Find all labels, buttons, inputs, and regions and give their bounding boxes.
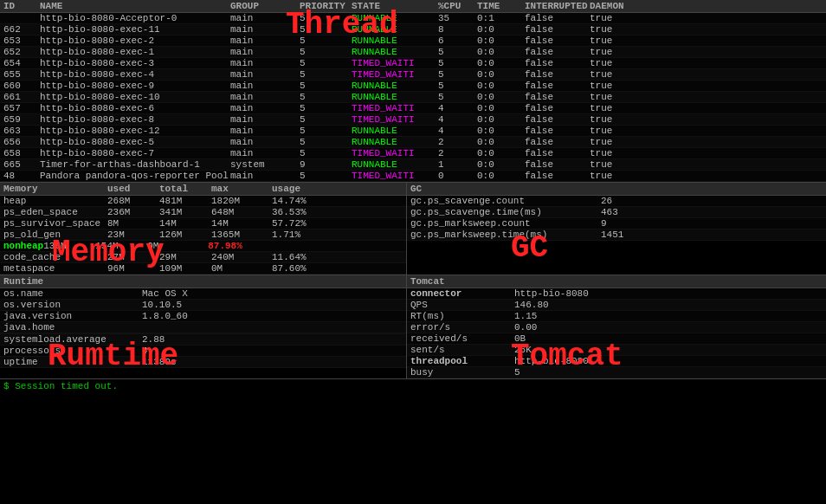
thread-time: 0:1 xyxy=(477,13,525,23)
table-row: 665 Timer-for-arthas-dashboard-1 system … xyxy=(0,159,826,171)
runtime-tomcat-row: Runtime os.name Mac OS X os.version 10.1… xyxy=(0,275,826,378)
tomcat-section: Tomcat connector http-bio-8080 QPS 146.8… xyxy=(407,275,826,378)
mem-usage: 57.72% xyxy=(272,218,307,229)
thread-daemon: true xyxy=(590,137,633,147)
mem-used: 268M xyxy=(107,196,159,206)
tomcat-header-label: Tomcat xyxy=(410,276,445,287)
mem-total: 154M xyxy=(95,241,147,251)
thread-name: http-bio-8080-Acceptor-0 xyxy=(40,13,230,23)
table-row: 652 http-bio-8080-exec-1 main 5 RUNNABLE… xyxy=(0,47,826,58)
thread-id: 658 xyxy=(3,148,40,158)
thread-group: main xyxy=(230,171,300,181)
mem-used: 23M xyxy=(107,229,159,240)
thread-name: http-bio-8080-exec-7 xyxy=(40,148,230,158)
thread-interrupted: false xyxy=(525,159,590,170)
thread-interrupted: false xyxy=(525,137,590,147)
thread-name: http-bio-8080-exec-9 xyxy=(40,81,230,91)
thread-pct-cpu: 2 xyxy=(438,148,477,158)
thread-state: TIMED_WAITI xyxy=(352,114,438,125)
rt-value xyxy=(142,322,315,333)
memory-header-used: used xyxy=(107,184,159,194)
thread-id: 657 xyxy=(3,103,40,113)
list-item: connector http-bio-8080 xyxy=(407,288,826,300)
list-item: uptime 11389s xyxy=(0,357,406,368)
thread-group: main xyxy=(230,13,300,23)
thread-time: 0:0 xyxy=(477,36,525,46)
thread-interrupted: false xyxy=(525,81,590,91)
thread-id: 652 xyxy=(3,47,40,57)
thread-pct-cpu: 35 xyxy=(438,13,477,23)
thread-daemon: true xyxy=(590,171,633,181)
thread-pct-cpu: 4 xyxy=(438,114,477,125)
table-row: 655 http-bio-8080-exec-4 main 5 TIMED_WA… xyxy=(0,69,826,81)
thread-name: http-bio-8080-exec-8 xyxy=(40,114,230,125)
thread-daemon: true xyxy=(590,114,633,125)
list-item: java.version 1.8.0_60 xyxy=(0,311,406,322)
thread-priority: 5 xyxy=(300,148,352,158)
gc-header-label: GC xyxy=(410,184,422,194)
thread-group: main xyxy=(230,81,300,91)
thread-pct-cpu: 5 xyxy=(438,58,477,68)
gc-value: 26 xyxy=(601,196,687,206)
table-row: 48 Pandora pandora-qos-reporter Pool mai… xyxy=(0,171,826,182)
tc-label: sent/s xyxy=(410,345,514,355)
thread-pct-cpu: 6 xyxy=(438,36,477,46)
thread-interrupted: false xyxy=(525,24,590,35)
thread-priority: 5 xyxy=(300,171,352,181)
mem-max: 0M xyxy=(211,263,272,274)
thread-id: 661 xyxy=(3,92,40,102)
mem-usage: 1.71% xyxy=(272,229,300,240)
mem-used: 96M xyxy=(107,263,159,274)
mem-label: metaspace xyxy=(3,263,107,274)
thread-state: RUNNABLE xyxy=(352,81,438,91)
thread-time: 0:0 xyxy=(477,69,525,80)
thread-name: http-bio-8080-exec-1 xyxy=(40,47,230,57)
mem-usage: 87.60% xyxy=(272,263,307,274)
thread-group: main xyxy=(230,36,300,46)
memory-header-max: max xyxy=(211,184,272,194)
tc-value: 0.00 xyxy=(514,322,687,333)
list-item: ps_eden_space 236M 341M 648M 36.53% xyxy=(0,207,406,218)
thread-name: http-bio-8080-exec-4 xyxy=(40,69,230,80)
thread-id: 663 xyxy=(3,126,40,136)
list-item: gc.ps_marksweep.count 9 xyxy=(407,218,826,229)
mem-used: 8M xyxy=(107,218,159,229)
tc-value: http-bio-8080 xyxy=(514,356,687,366)
thread-id: 655 xyxy=(3,69,40,80)
memory-header-usage: usage xyxy=(272,184,324,194)
rt-value: 2.88 xyxy=(142,334,315,345)
gc-rows-container: gc.ps_scavenge.count 26 gc.ps_scavenge.t… xyxy=(407,196,826,241)
thread-time: 0:0 xyxy=(477,92,525,102)
list-item: threadpool http-bio-8080 xyxy=(407,356,826,367)
rt-label: java.version xyxy=(3,311,142,321)
thread-pct-cpu: 0 xyxy=(438,171,477,181)
mem-max: 240M xyxy=(211,252,272,262)
memory-header: Memory used total max usage xyxy=(0,183,406,196)
gc-header: GC xyxy=(407,183,826,196)
thread-daemon: true xyxy=(590,92,633,102)
thread-id: 656 xyxy=(3,137,40,147)
thread-time: 0:0 xyxy=(477,81,525,91)
table-row: 656 http-bio-8080-exec-5 main 5 RUNNABLE… xyxy=(0,137,826,148)
thread-name: Timer-for-arthas-dashboard-1 xyxy=(40,159,230,170)
table-row: 659 http-bio-8080-exec-8 main 5 TIMED_WA… xyxy=(0,114,826,126)
table-row: 653 http-bio-8080-exec-2 main 5 RUNNABLE… xyxy=(0,36,826,47)
memory-header-label: Memory xyxy=(3,184,107,194)
tc-label: QPS xyxy=(410,300,514,310)
mem-max: 1820M xyxy=(211,196,272,206)
thread-state: RUNNABLE xyxy=(352,47,438,57)
thread-state: RUNNABLE xyxy=(352,159,438,170)
rt-value: Mac OS X xyxy=(142,288,315,299)
list-item: os.version 10.10.5 xyxy=(0,300,406,311)
col-header-time: TIME xyxy=(477,1,525,11)
tc-value: 5 xyxy=(514,367,687,378)
rt-value: 10.10.5 xyxy=(142,300,315,310)
col-header-pct-cpu: %CPU xyxy=(438,1,477,11)
thread-priority: 5 xyxy=(300,126,352,136)
thread-pct-cpu: 5 xyxy=(438,47,477,57)
mem-total: 109M xyxy=(159,263,211,274)
col-header-id: ID xyxy=(3,1,40,11)
thread-group: main xyxy=(230,103,300,113)
rt-label: os.version xyxy=(3,300,142,310)
thread-state: TIMED_WAITI xyxy=(352,103,438,113)
